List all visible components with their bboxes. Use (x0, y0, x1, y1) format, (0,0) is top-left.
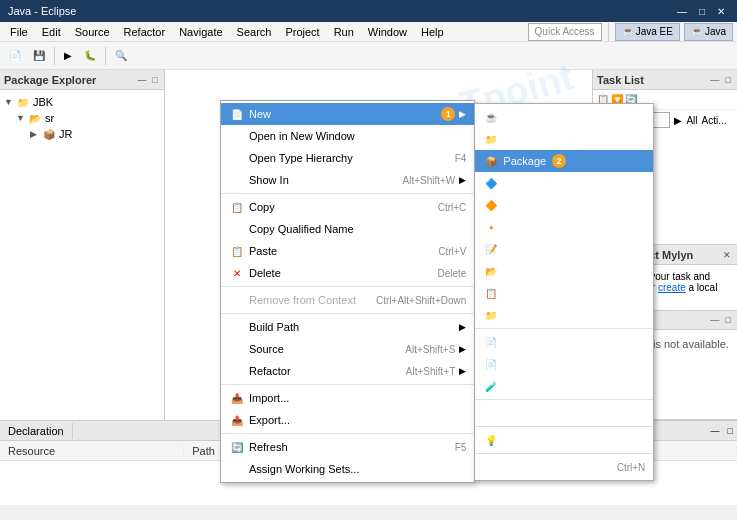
submenu-untitled-text-file[interactable]: 📄 Untitled Text File (475, 353, 653, 375)
context-menu-open-new-window[interactable]: Open in New Window (221, 125, 474, 147)
cm-sep-4 (221, 384, 474, 385)
menu-run[interactable]: Run (328, 24, 360, 40)
create-link[interactable]: create (658, 282, 686, 293)
outline-minimize[interactable]: — (709, 315, 722, 325)
context-menu-remove-context[interactable]: Remove from Context Ctrl+Alt+Shift+Down (221, 289, 474, 311)
context-menu-show-in[interactable]: Show In Alt+Shift+W ▶ (221, 169, 474, 191)
maximize-panel-button[interactable]: □ (151, 75, 160, 85)
submenu-example[interactable]: 💡 Example... (475, 429, 653, 451)
title-bar-title: Java - Eclipse (8, 5, 76, 17)
context-menu-copy-qualified[interactable]: Copy Qualified Name (221, 218, 474, 240)
task-list-maximize[interactable]: □ (724, 75, 733, 85)
submenu-source-folder[interactable]: 📂 Source Folder (475, 260, 653, 282)
package-tree: ▼ 📁 JBK ▼ 📂 sr ▶ 📦 JR (0, 90, 164, 420)
perspective-java-ee[interactable]: ☕ Java EE (615, 23, 680, 41)
package-explorer-header: Package Explorer — □ (0, 70, 164, 90)
class-icon: 🔷 (483, 175, 499, 191)
submenu-other[interactable]: ⚙ Other... Ctrl+N (475, 456, 653, 478)
declaration-tab[interactable]: Declaration (0, 423, 73, 439)
enum-icon: 🔸 (483, 219, 499, 235)
menu-search[interactable]: Search (231, 24, 278, 40)
menu-help[interactable]: Help (415, 24, 450, 40)
submenu-folder[interactable]: 📁 Folder (475, 304, 653, 326)
project-icon: 📁 (483, 131, 499, 147)
quick-access-input[interactable]: Quick Access (528, 23, 602, 41)
menu-navigate[interactable]: Navigate (173, 24, 228, 40)
save-button[interactable]: 💾 (28, 45, 50, 67)
submenu-annotation[interactable]: 📝 Annotation (475, 238, 653, 260)
submenu-project[interactable]: 📁 Project... (475, 128, 653, 150)
java-project-icon: ☕ (483, 109, 499, 125)
submenu-sep-2 (475, 399, 653, 400)
submenu-interface[interactable]: 🔶 Interface (475, 194, 653, 216)
close-button[interactable]: ✕ (713, 6, 729, 17)
submenu-task[interactable]: ✓ Task (475, 402, 653, 424)
find-next-button[interactable]: ▶ (674, 115, 682, 126)
task-list-header: Task List — □ (593, 70, 737, 90)
tree-item-jr[interactable]: ▶ 📦 JR (2, 126, 162, 142)
toolbar-sep-2 (54, 47, 55, 65)
text-file-icon: 📄 (483, 356, 499, 372)
new-submenu: ☕ Java Project 📁 Project... 📦 Package 2 … (474, 103, 654, 481)
context-menu-open-type-hierarchy[interactable]: Open Type Hierarchy F4 (221, 147, 474, 169)
perspective-java[interactable]: ☕ Java (684, 23, 733, 41)
menu-file[interactable]: File (4, 24, 34, 40)
other-icon: ⚙ (483, 459, 499, 475)
context-menu-new[interactable]: 📄 New 1 ▶ ☕ Java Project 📁 Project... (221, 103, 474, 125)
acti-label[interactable]: Acti... (702, 115, 727, 126)
annotation-icon: 📝 (483, 241, 499, 257)
java-ee-icon: ☕ (622, 26, 634, 37)
submenu-java-project[interactable]: ☕ Java Project (475, 106, 653, 128)
submenu-enum[interactable]: 🔸 Enum (475, 216, 653, 238)
minimize-button[interactable]: — (673, 6, 691, 17)
debug-button[interactable]: 🐛 (79, 45, 101, 67)
submenu-class[interactable]: 🔷 Class (475, 172, 653, 194)
context-menu-refresh[interactable]: 🔄 Refresh F5 (221, 436, 474, 458)
cm-sep-3 (221, 313, 474, 314)
declaration-maximize[interactable]: □ (724, 424, 737, 438)
junit-icon: 🧪 (483, 378, 499, 394)
new-button[interactable]: 📄 (4, 45, 26, 67)
working-set-icon: 📋 (483, 285, 499, 301)
submenu-junit-test-case[interactable]: 🧪 JUnit Test Case (475, 375, 653, 397)
context-menu-copy[interactable]: 📋 Copy Ctrl+C (221, 196, 474, 218)
refresh-icon: 🔄 (229, 439, 245, 455)
submenu-sep-4 (475, 453, 653, 454)
context-menu-export[interactable]: 📤 Export... (221, 409, 474, 431)
tree-item-jbk[interactable]: ▼ 📁 JBK (2, 94, 162, 110)
tree-item-label: sr (45, 112, 54, 124)
menu-edit[interactable]: Edit (36, 24, 67, 40)
submenu-file[interactable]: 📄 File (475, 331, 653, 353)
minimize-panel-button[interactable]: — (136, 75, 149, 85)
submenu-sep-1 (475, 328, 653, 329)
all-label[interactable]: All (686, 115, 697, 126)
context-menu-delete[interactable]: ✕ Delete Delete (221, 262, 474, 284)
mylyn-close[interactable]: ✕ (721, 250, 733, 260)
task-list-minimize[interactable]: — (709, 75, 722, 85)
search-button[interactable]: 🔍 (110, 45, 132, 67)
menu-project[interactable]: Project (279, 24, 325, 40)
context-menu-assign-working-sets[interactable]: Assign Working Sets... (221, 458, 474, 480)
menu-source[interactable]: Source (69, 24, 116, 40)
menu-refactor[interactable]: Refactor (118, 24, 172, 40)
package-explorer-title: Package Explorer (4, 74, 96, 86)
declaration-minimize[interactable]: — (707, 424, 724, 438)
outline-maximize[interactable]: □ (724, 315, 733, 325)
context-menu-refactor[interactable]: Refactor Alt+Shift+T ▶ (221, 360, 474, 382)
expand-icon: ▶ (30, 129, 40, 139)
context-menu-import[interactable]: 📥 Import... (221, 387, 474, 409)
panel-controls: — □ (136, 75, 160, 85)
package-explorer-panel: Package Explorer — □ ▼ 📁 JBK ▼ 📂 sr ▶ 📦 … (0, 70, 165, 420)
maximize-button[interactable]: □ (695, 6, 709, 17)
run-button[interactable]: ▶ (59, 45, 77, 67)
submenu-java-working-set[interactable]: 📋 Java Working Set (475, 282, 653, 304)
context-menu-build-path[interactable]: Build Path ▶ (221, 316, 474, 338)
context-menu-source[interactable]: Source Alt+Shift+S ▶ (221, 338, 474, 360)
cm-sep-2 (221, 286, 474, 287)
source-folder-icon: 📂 (483, 263, 499, 279)
submenu-package[interactable]: 📦 Package 2 (475, 150, 653, 172)
menu-window[interactable]: Window (362, 24, 413, 40)
context-menu-paste[interactable]: 📋 Paste Ctrl+V (221, 240, 474, 262)
tree-item-sr[interactable]: ▼ 📂 sr (2, 110, 162, 126)
tree-item-label: JR (59, 128, 72, 140)
